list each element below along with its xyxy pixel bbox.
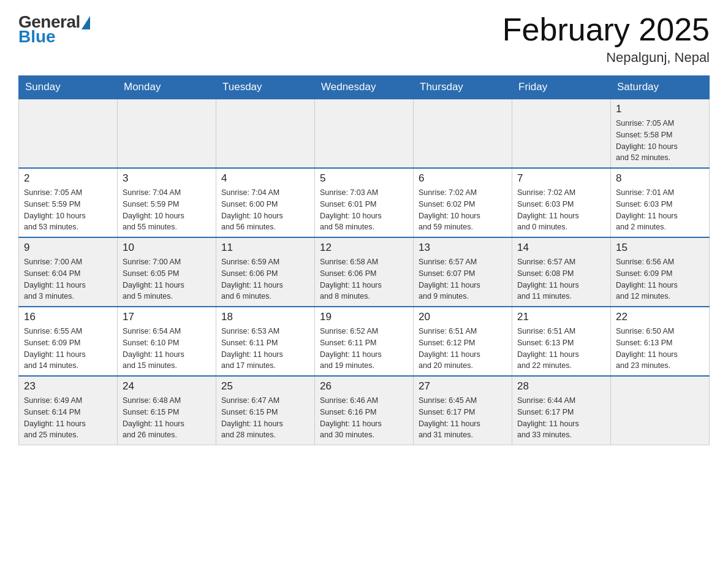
day-number: 8 bbox=[616, 172, 704, 185]
calendar-cell: 12Sunrise: 6:58 AM Sunset: 6:06 PM Dayli… bbox=[315, 237, 414, 307]
day-info: Sunrise: 6:46 AM Sunset: 6:16 PM Dayligh… bbox=[320, 395, 408, 441]
calendar-cell: 8Sunrise: 7:01 AM Sunset: 6:03 PM Daylig… bbox=[611, 168, 710, 237]
day-number: 6 bbox=[419, 172, 507, 185]
calendar-cell: 5Sunrise: 7:03 AM Sunset: 6:01 PM Daylig… bbox=[315, 168, 414, 237]
location-subtitle: Nepalgunj, Nepal bbox=[502, 50, 710, 66]
day-info: Sunrise: 6:47 AM Sunset: 6:15 PM Dayligh… bbox=[221, 395, 309, 441]
col-wednesday: Wednesday bbox=[315, 76, 414, 99]
calendar-cell: 20Sunrise: 6:51 AM Sunset: 6:12 PM Dayli… bbox=[414, 307, 512, 376]
day-info: Sunrise: 7:04 AM Sunset: 5:59 PM Dayligh… bbox=[123, 187, 211, 233]
calendar-cell: 10Sunrise: 7:00 AM Sunset: 6:05 PM Dayli… bbox=[118, 237, 216, 307]
day-number: 10 bbox=[123, 242, 211, 254]
col-sunday: Sunday bbox=[19, 76, 118, 99]
day-info: Sunrise: 6:50 AM Sunset: 6:13 PM Dayligh… bbox=[616, 326, 704, 372]
calendar-cell: 14Sunrise: 6:57 AM Sunset: 6:08 PM Dayli… bbox=[512, 237, 611, 307]
day-number: 25 bbox=[221, 380, 309, 393]
day-info: Sunrise: 6:53 AM Sunset: 6:11 PM Dayligh… bbox=[221, 326, 309, 372]
day-number: 26 bbox=[320, 380, 408, 393]
day-info: Sunrise: 7:03 AM Sunset: 6:01 PM Dayligh… bbox=[320, 187, 408, 233]
day-number: 1 bbox=[616, 103, 704, 115]
day-number: 16 bbox=[24, 311, 112, 323]
col-tuesday: Tuesday bbox=[216, 76, 315, 99]
day-number: 3 bbox=[123, 172, 211, 185]
day-number: 5 bbox=[320, 172, 408, 185]
day-info: Sunrise: 6:55 AM Sunset: 6:09 PM Dayligh… bbox=[24, 326, 112, 372]
day-number: 22 bbox=[616, 311, 704, 323]
calendar-cell: 19Sunrise: 6:52 AM Sunset: 6:11 PM Dayli… bbox=[315, 307, 414, 376]
calendar-cell: 15Sunrise: 6:56 AM Sunset: 6:09 PM Dayli… bbox=[611, 237, 710, 307]
calendar-week-3: 9Sunrise: 7:00 AM Sunset: 6:04 PM Daylig… bbox=[19, 237, 710, 307]
page-header: General Blue February 2025 Nepalgunj, Ne… bbox=[18, 12, 710, 66]
day-number: 27 bbox=[419, 380, 507, 393]
day-info: Sunrise: 7:05 AM Sunset: 5:59 PM Dayligh… bbox=[24, 187, 112, 233]
calendar-cell bbox=[216, 99, 315, 168]
day-info: Sunrise: 7:02 AM Sunset: 6:03 PM Dayligh… bbox=[517, 187, 605, 233]
col-monday: Monday bbox=[118, 76, 216, 99]
calendar-cell: 13Sunrise: 6:57 AM Sunset: 6:07 PM Dayli… bbox=[414, 237, 512, 307]
day-info: Sunrise: 6:57 AM Sunset: 6:08 PM Dayligh… bbox=[517, 256, 605, 302]
col-friday: Friday bbox=[512, 76, 611, 99]
logo: General Blue bbox=[18, 12, 90, 47]
day-info: Sunrise: 7:01 AM Sunset: 6:03 PM Dayligh… bbox=[616, 187, 704, 233]
col-saturday: Saturday bbox=[611, 76, 710, 99]
day-number: 23 bbox=[24, 380, 112, 393]
day-number: 21 bbox=[517, 311, 605, 323]
day-info: Sunrise: 7:05 AM Sunset: 5:58 PM Dayligh… bbox=[616, 118, 704, 164]
day-info: Sunrise: 7:04 AM Sunset: 6:00 PM Dayligh… bbox=[221, 187, 309, 233]
day-number: 17 bbox=[123, 311, 211, 323]
calendar-cell: 25Sunrise: 6:47 AM Sunset: 6:15 PM Dayli… bbox=[216, 376, 315, 445]
day-info: Sunrise: 6:59 AM Sunset: 6:06 PM Dayligh… bbox=[221, 256, 309, 302]
calendar-cell: 22Sunrise: 6:50 AM Sunset: 6:13 PM Dayli… bbox=[611, 307, 710, 376]
day-number: 7 bbox=[517, 172, 605, 185]
day-number: 18 bbox=[221, 311, 309, 323]
day-info: Sunrise: 7:02 AM Sunset: 6:02 PM Dayligh… bbox=[419, 187, 507, 233]
calendar-cell bbox=[315, 99, 414, 168]
day-number: 2 bbox=[24, 172, 112, 185]
calendar-cell: 4Sunrise: 7:04 AM Sunset: 6:00 PM Daylig… bbox=[216, 168, 315, 237]
day-info: Sunrise: 7:00 AM Sunset: 6:04 PM Dayligh… bbox=[24, 256, 112, 302]
logo-blue-text: Blue bbox=[18, 27, 56, 47]
calendar-cell: 3Sunrise: 7:04 AM Sunset: 5:59 PM Daylig… bbox=[118, 168, 216, 237]
day-info: Sunrise: 6:57 AM Sunset: 6:07 PM Dayligh… bbox=[419, 256, 507, 302]
day-info: Sunrise: 7:00 AM Sunset: 6:05 PM Dayligh… bbox=[123, 256, 211, 302]
calendar-cell bbox=[611, 376, 710, 445]
calendar-cell: 21Sunrise: 6:51 AM Sunset: 6:13 PM Dayli… bbox=[512, 307, 611, 376]
calendar-cell bbox=[512, 99, 611, 168]
day-number: 4 bbox=[221, 172, 309, 185]
calendar-cell bbox=[118, 99, 216, 168]
calendar-header-row: Sunday Monday Tuesday Wednesday Thursday… bbox=[19, 76, 710, 99]
calendar-cell: 9Sunrise: 7:00 AM Sunset: 6:04 PM Daylig… bbox=[19, 237, 118, 307]
day-number: 11 bbox=[221, 242, 309, 254]
calendar-cell: 17Sunrise: 6:54 AM Sunset: 6:10 PM Dayli… bbox=[118, 307, 216, 376]
day-info: Sunrise: 6:48 AM Sunset: 6:15 PM Dayligh… bbox=[123, 395, 211, 441]
day-info: Sunrise: 6:51 AM Sunset: 6:13 PM Dayligh… bbox=[517, 326, 605, 372]
calendar-cell: 1Sunrise: 7:05 AM Sunset: 5:58 PM Daylig… bbox=[611, 99, 710, 168]
day-number: 9 bbox=[24, 242, 112, 254]
calendar-cell: 7Sunrise: 7:02 AM Sunset: 6:03 PM Daylig… bbox=[512, 168, 611, 237]
month-title: February 2025 bbox=[502, 12, 710, 47]
day-number: 15 bbox=[616, 242, 704, 254]
day-info: Sunrise: 6:54 AM Sunset: 6:10 PM Dayligh… bbox=[123, 326, 211, 372]
day-number: 24 bbox=[123, 380, 211, 393]
day-number: 20 bbox=[419, 311, 507, 323]
calendar-cell: 28Sunrise: 6:44 AM Sunset: 6:17 PM Dayli… bbox=[512, 376, 611, 445]
calendar-cell bbox=[414, 99, 512, 168]
calendar-week-2: 2Sunrise: 7:05 AM Sunset: 5:59 PM Daylig… bbox=[19, 168, 710, 237]
calendar-cell bbox=[19, 99, 118, 168]
calendar-cell: 18Sunrise: 6:53 AM Sunset: 6:11 PM Dayli… bbox=[216, 307, 315, 376]
day-number: 19 bbox=[320, 311, 408, 323]
calendar-cell: 24Sunrise: 6:48 AM Sunset: 6:15 PM Dayli… bbox=[118, 376, 216, 445]
calendar-table: Sunday Monday Tuesday Wednesday Thursday… bbox=[18, 75, 710, 445]
calendar-cell: 11Sunrise: 6:59 AM Sunset: 6:06 PM Dayli… bbox=[216, 237, 315, 307]
day-info: Sunrise: 6:51 AM Sunset: 6:12 PM Dayligh… bbox=[419, 326, 507, 372]
calendar-cell: 16Sunrise: 6:55 AM Sunset: 6:09 PM Dayli… bbox=[19, 307, 118, 376]
col-thursday: Thursday bbox=[414, 76, 512, 99]
day-info: Sunrise: 6:56 AM Sunset: 6:09 PM Dayligh… bbox=[616, 256, 704, 302]
day-number: 28 bbox=[517, 380, 605, 393]
day-info: Sunrise: 6:52 AM Sunset: 6:11 PM Dayligh… bbox=[320, 326, 408, 372]
calendar-week-4: 16Sunrise: 6:55 AM Sunset: 6:09 PM Dayli… bbox=[19, 307, 710, 376]
day-number: 14 bbox=[517, 242, 605, 254]
day-number: 13 bbox=[419, 242, 507, 254]
calendar-cell: 26Sunrise: 6:46 AM Sunset: 6:16 PM Dayli… bbox=[315, 376, 414, 445]
calendar-cell: 23Sunrise: 6:49 AM Sunset: 6:14 PM Dayli… bbox=[19, 376, 118, 445]
